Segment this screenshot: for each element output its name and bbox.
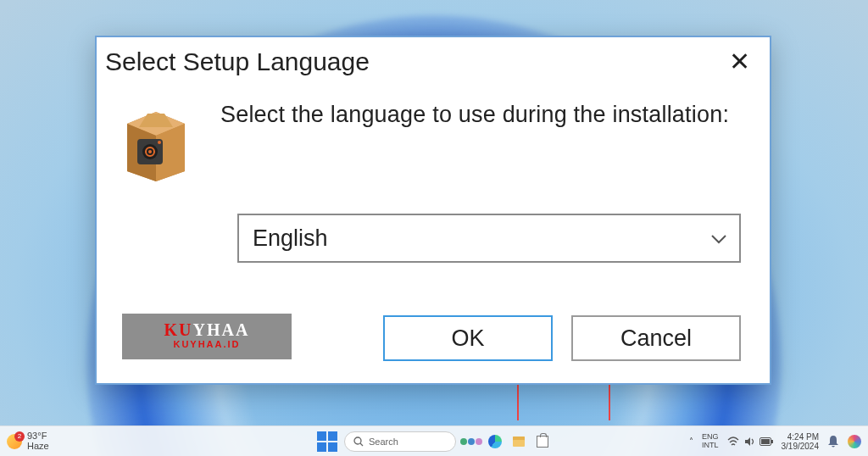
chevron-down-icon [710,227,727,249]
desktop-background: Select Setup Language ✕ S [0,0,868,456]
close-button[interactable]: ✕ [721,43,758,81]
svg-line-11 [360,443,363,446]
weather-text: 93°F Haze [27,431,49,451]
taskbar-systray: ˄ ENG INTL 4:24 PM 3/19/2024 [689,432,868,451]
annotation-rectangle [517,381,610,420]
prompt-row: Select the language to use during the in… [122,102,744,183]
svg-marker-4 [139,114,173,127]
taskbar-clock[interactable]: 4:24 PM 3/19/2024 [782,432,820,451]
weather-badge: 2 [14,431,25,442]
taskbar-center: Search [317,431,551,452]
dialog-button-row: OK Cancel [383,315,741,361]
copilot-icon[interactable] [848,435,861,448]
lang-bottom: INTL [702,442,719,449]
file-explorer-icon[interactable] [510,433,527,450]
watermark-top: KUYHAA [164,321,250,338]
taskbar: 2 93°F Haze Search ˄ ENG INTL [0,425,868,456]
setup-language-dialog: Select Setup Language ✕ S [95,36,771,385]
svg-marker-12 [745,437,750,446]
svg-point-8 [148,150,152,153]
start-button[interactable] [317,431,337,452]
language-indicator[interactable]: ENG INTL [702,433,719,449]
svg-point-9 [158,141,161,144]
notifications-icon[interactable] [827,435,839,448]
search-placeholder: Search [369,437,398,447]
volume-icon [744,437,754,447]
prompt-text: Select the language to use during the in… [220,102,729,128]
battery-icon [760,437,773,446]
svg-rect-14 [771,440,773,443]
task-view-icon[interactable] [463,433,480,450]
installer-box-icon [122,105,190,183]
watermark-badge: KUYHAA KUYHAA.ID [122,314,292,359]
clock-time: 4:24 PM [782,432,820,442]
close-icon: ✕ [729,49,750,75]
weather-condition: Haze [27,442,49,452]
wifi-icon [727,437,739,447]
clock-date: 3/19/2024 [782,442,820,451]
weather-temp: 93°F [27,431,49,442]
svg-point-10 [354,437,361,444]
store-icon[interactable] [534,433,551,450]
edge-icon[interactable] [487,433,504,450]
language-select[interactable]: English [237,214,741,263]
dialog-titlebar: Select Setup Language ✕ [97,37,770,86]
watermark-sub: KUYHAA.ID [173,338,240,351]
taskbar-weather-widget[interactable]: 2 93°F Haze [0,431,49,451]
language-select-value: English [253,225,328,252]
weather-icon: 2 [7,434,22,449]
taskbar-search[interactable]: Search [344,431,456,452]
tray-status-icons[interactable] [727,437,773,447]
dialog-title: Select Setup Language [105,47,370,76]
search-icon [353,437,364,447]
ok-button[interactable]: OK [383,315,553,361]
svg-rect-15 [761,439,770,444]
cancel-button[interactable]: Cancel [571,315,741,361]
tray-overflow-chevron[interactable]: ˄ [689,437,693,446]
dialog-body: Select the language to use during the in… [97,86,770,383]
